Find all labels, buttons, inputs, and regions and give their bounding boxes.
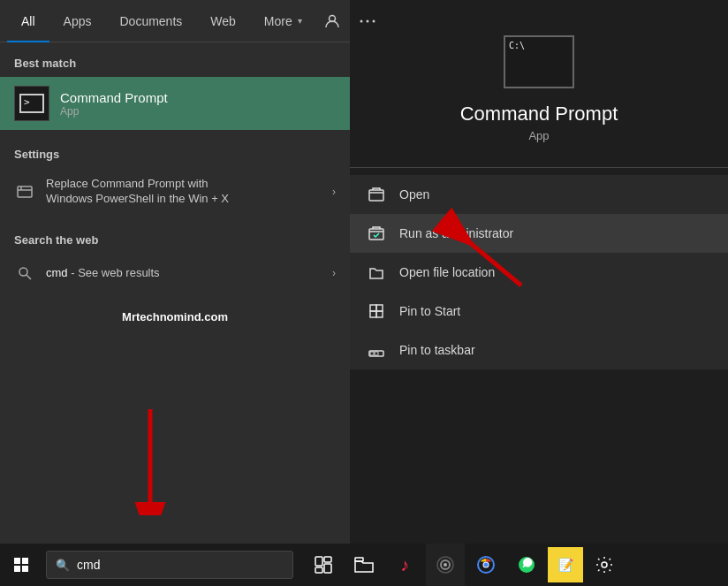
settings-item-text: Replace Command Prompt withWindows Power… xyxy=(46,177,332,207)
svg-rect-3 xyxy=(376,305,383,311)
tab-web[interactable]: Web xyxy=(196,0,250,42)
settings-item[interactable]: Replace Command Prompt withWindows Power… xyxy=(0,168,350,216)
web-section: Search the web cmd - See web results › xyxy=(0,230,350,293)
app-name: Command Prompt xyxy=(60,90,168,105)
context-menu: Open Run as administrator Open file loca… xyxy=(350,175,728,369)
app-icon-box xyxy=(14,86,49,121)
svg-point-10 xyxy=(360,19,362,22)
svg-rect-1 xyxy=(369,229,383,240)
itunes-button[interactable]: ♪ xyxy=(385,544,424,586)
tab-apps[interactable]: Apps xyxy=(49,0,106,42)
svg-line-17 xyxy=(27,275,31,279)
best-match-label: Best match xyxy=(0,53,350,77)
content-area: Best match Command Prompt App Settings xyxy=(0,42,350,544)
svg-rect-13 xyxy=(18,186,32,197)
svg-rect-18 xyxy=(315,557,322,566)
svg-rect-20 xyxy=(324,564,331,573)
svg-rect-2 xyxy=(370,305,376,311)
web-search-item[interactable]: cmd - See web results › xyxy=(0,254,350,293)
svg-rect-8 xyxy=(375,352,378,355)
svg-point-11 xyxy=(366,19,368,22)
app1-button[interactable] xyxy=(426,544,465,586)
taskbar-icons: ♪ 📝 xyxy=(304,544,624,586)
preview-app-type: App xyxy=(528,129,549,142)
settings-item-arrow-icon: › xyxy=(332,186,336,198)
pin-start-icon xyxy=(368,302,385,320)
ellipsis-icon-btn[interactable] xyxy=(352,5,383,37)
taskbar-search-icon: 🔍 xyxy=(56,559,70,572)
context-menu-pin-to-taskbar[interactable]: Pin to taskbar xyxy=(350,331,728,369)
sticky-notes-button[interactable]: 📝 xyxy=(548,547,583,582)
right-panel: Command Prompt App Open xyxy=(350,0,728,544)
context-menu-open-file-location[interactable]: Open file location xyxy=(350,253,728,292)
svg-point-30 xyxy=(602,562,607,567)
tab-more[interactable]: More ▾ xyxy=(250,0,316,42)
tab-documents[interactable]: Documents xyxy=(105,0,196,42)
svg-rect-4 xyxy=(370,311,376,317)
start-menu: All Apps Documents Web More ▾ xyxy=(0,0,350,544)
windows-logo-icon xyxy=(14,558,28,572)
settings-label: Settings xyxy=(0,144,350,168)
context-menu-open[interactable]: Open xyxy=(350,175,728,214)
context-menu-run-as-admin[interactable]: Run as administrator xyxy=(350,214,728,253)
chevron-down-icon: ▾ xyxy=(298,16,302,26)
open-icon xyxy=(368,186,385,203)
svg-rect-0 xyxy=(369,190,383,201)
preview-app-name: Command Prompt xyxy=(460,103,618,126)
settings-icon xyxy=(14,181,35,202)
svg-rect-5 xyxy=(376,311,383,317)
taskbar-search-query: cmd xyxy=(77,558,100,572)
web-item-arrow-icon: › xyxy=(332,267,336,279)
search-web-label: Search the web xyxy=(0,230,350,254)
run-admin-icon xyxy=(368,225,385,242)
svg-rect-21 xyxy=(315,567,322,573)
svg-rect-7 xyxy=(370,352,374,355)
search-web-icon xyxy=(14,263,35,284)
svg-point-25 xyxy=(444,563,447,567)
tab-all[interactable]: All xyxy=(7,0,49,42)
svg-rect-19 xyxy=(324,557,331,562)
pin-taskbar-icon xyxy=(368,341,385,359)
person-icon-btn[interactable] xyxy=(316,5,348,37)
app-type: App xyxy=(60,105,168,118)
settings-section: Settings Replace Command Prompt withWind… xyxy=(0,144,350,216)
task-view-button[interactable] xyxy=(304,544,343,586)
taskbar: 🔍 cmd ♪ xyxy=(0,544,728,586)
svg-point-12 xyxy=(372,19,375,22)
chrome-button[interactable] xyxy=(466,544,505,586)
start-button[interactable] xyxy=(0,544,42,586)
svg-rect-22 xyxy=(355,558,363,561)
cmd-preview-icon xyxy=(504,35,574,88)
best-match-item[interactable]: Command Prompt App xyxy=(0,77,350,130)
tab-bar-right xyxy=(316,5,383,37)
settings-taskbar-button[interactable] xyxy=(585,544,624,586)
web-search-query: cmd - See web results xyxy=(46,266,160,279)
watermark: Mrtechnomind.com xyxy=(0,293,350,341)
context-menu-pin-to-start[interactable]: Pin to Start xyxy=(350,292,728,331)
terminal-icon xyxy=(19,94,44,113)
app-preview: Command Prompt App xyxy=(350,0,728,160)
svg-point-28 xyxy=(484,563,489,567)
open-file-location-icon xyxy=(368,263,385,281)
app-info: Command Prompt App xyxy=(60,90,168,118)
svg-point-16 xyxy=(19,268,27,276)
tab-bar: All Apps Documents Web More ▾ xyxy=(0,0,350,42)
taskbar-search-bar[interactable]: 🔍 cmd xyxy=(46,551,293,579)
whatsapp-button[interactable] xyxy=(507,544,546,586)
file-explorer-button[interactable] xyxy=(345,544,383,586)
panel-divider xyxy=(350,167,728,168)
